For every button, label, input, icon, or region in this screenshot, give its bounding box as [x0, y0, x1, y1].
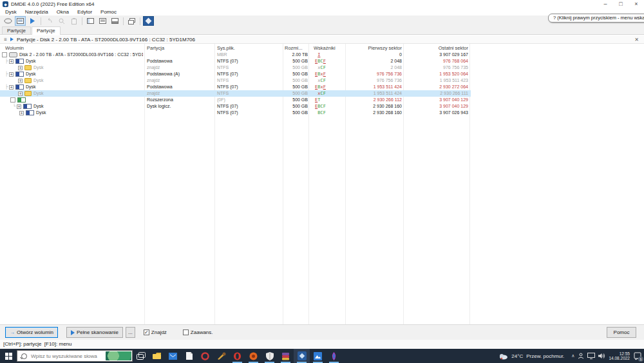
table-row[interactable]: ├+DyskPodstawowa (A)NTFS (07)500 GBEBxF9…	[0, 71, 471, 77]
table-row[interactable]: Disk 2 - 2.00 TB - ATA - ST2000DL003-9VT…	[0, 52, 471, 58]
table-row-selected[interactable]: +DyskznajdźNTFS500 GB xCF1 953 511 4242 …	[0, 90, 471, 97]
display-tray-icon[interactable]	[587, 353, 595, 359]
full-scan-icon[interactable]	[27, 16, 38, 26]
start-button[interactable]	[0, 349, 17, 363]
dmde-taskbar-icon[interactable]	[294, 349, 310, 363]
column-header-pierwszysektor[interactable]: Pierwszy sektor	[346, 44, 402, 52]
winrar-taskbar-icon[interactable]	[278, 349, 294, 363]
full-scan-button[interactable]: Pełne skanowanie	[66, 327, 123, 338]
volume-cell: ├+Dysk	[4, 58, 143, 64]
indicator-F: F	[323, 84, 326, 90]
hidden-icons-caret[interactable]: ∧	[571, 353, 574, 358]
partition-type-cell: znajdź	[147, 64, 213, 71]
advanced-checkbox[interactable]: Zaawans.	[183, 329, 213, 335]
desktop-screen: ◆ DMDE 4.0.0 (2022) Free Edition x64 – □…	[0, 0, 644, 363]
part-green-icon	[17, 97, 26, 103]
red-ring-app-taskbar-icon[interactable]	[197, 349, 213, 363]
tab-partycje-1[interactable]: Partycje	[2, 26, 31, 34]
table-row[interactable]: Rozszerzona(0F)500 GBET2 930 266 1123 90…	[0, 97, 471, 103]
column-header-rozmi[interactable]: Rozmi...	[285, 44, 308, 52]
column-header-sysplik[interactable]: Sys.plik.	[217, 44, 278, 52]
weather-temp[interactable]: 24°C	[511, 353, 523, 359]
advanced-checkbox-box[interactable]	[183, 329, 189, 335]
mail-taskbar-icon[interactable]	[165, 349, 181, 363]
expand-toggle-icon[interactable]: +	[9, 85, 14, 90]
last-sector-cell: 2 930 272 064	[406, 84, 468, 90]
filesystem-cell: MBR	[217, 52, 281, 58]
advanced-checkbox-label: Zaawans.	[191, 329, 213, 335]
menu-item-narzędzia[interactable]: Narzędzia	[25, 9, 48, 15]
column-header-wolumin[interactable]: Wolumin	[5, 44, 140, 52]
photos-taskbar-icon[interactable]	[310, 349, 326, 363]
search-input[interactable]	[30, 353, 100, 360]
clock-time: 12:55	[620, 351, 630, 356]
find-checkbox-box[interactable]: ✓	[144, 329, 149, 335]
weather-desc[interactable]: Przew. pochmur.	[526, 353, 564, 359]
menu-item-okna[interactable]: Okna	[57, 9, 69, 15]
meet-now-icon[interactable]	[578, 353, 584, 359]
expand-toggle-icon[interactable]: +	[18, 66, 23, 70]
panel-menu-icon[interactable]: ≡	[3, 37, 8, 43]
defender-shield-taskbar-icon[interactable]	[261, 349, 278, 363]
table-row[interactable]: +DyskznajdźNTFS500 GB xCF2 048976 756 73…	[0, 64, 471, 71]
expand-toggle-icon[interactable]: +	[9, 59, 14, 64]
close-button[interactable]: ×	[629, 0, 644, 8]
minimize-button[interactable]: –	[598, 0, 613, 8]
table-row[interactable]: ├+DyskPodstawowaNTFS (07)500 GBEBCF2 048…	[0, 58, 471, 64]
window-list-icon[interactable]	[97, 16, 108, 26]
column-header-ostatnisektor[interactable]: Ostatni sektor	[406, 44, 468, 52]
panel-close-icon[interactable]: ✕	[634, 37, 639, 43]
table-row[interactable]: └+DyskDysk logicz.NTFS (07)500 GBEBCF2 9…	[0, 103, 471, 110]
volume-icon[interactable]	[598, 353, 605, 359]
menu-item-edytor[interactable]: Edytor	[77, 9, 92, 15]
full-scan-label: Pełne skanowanie	[77, 329, 118, 335]
help-button-label: Pomoc	[614, 329, 630, 335]
opera-taskbar-icon[interactable]	[229, 349, 245, 363]
search-highlight-image[interactable]	[106, 351, 131, 360]
taskbar-search-box[interactable]	[17, 350, 133, 362]
expand-toggle-icon[interactable]: +	[17, 104, 21, 109]
table-row[interactable]: ├+DyskPodstawowaNTFS (07)500 GBEBxF1 953…	[0, 84, 471, 90]
menu-item-pomoc[interactable]: Pomoc	[100, 9, 117, 15]
maximize-button[interactable]: □	[613, 0, 629, 8]
windows-taskbar: 24°C Przew. pochmur. ∧ 12:55 14.08.2022 …	[0, 349, 644, 363]
column-header-partycja[interactable]: Partycja	[147, 44, 211, 52]
volume-label: Dysk	[33, 103, 44, 110]
table-row[interactable]: +DyskznajdźNTFS500 GB xCF976 756 7361 95…	[0, 77, 471, 84]
volume-cell: └+Dysk	[12, 103, 143, 110]
partitions-icon[interactable]	[15, 16, 26, 26]
paint-brush-taskbar-icon[interactable]	[213, 349, 229, 363]
document-taskbar-icon[interactable]	[181, 349, 197, 363]
volume-cell: ├+Dysk	[4, 71, 143, 77]
row-checkbox[interactable]	[10, 97, 15, 103]
window-panel-icon[interactable]	[85, 16, 96, 26]
window-controls: – □ ×	[598, 0, 644, 8]
dmde-logo-icon[interactable]	[143, 16, 154, 26]
find-checkbox[interactable]: ✓ Znajdź	[144, 329, 167, 335]
size-cell: 500 GB	[282, 64, 308, 71]
help-button[interactable]: Pomoc	[607, 327, 636, 338]
expand-toggle-icon[interactable]: +	[18, 79, 23, 83]
orange-ring-app-taskbar-icon[interactable]	[245, 349, 261, 363]
open-disk-icon[interactable]	[3, 16, 14, 26]
more-options-button[interactable]: ...	[126, 327, 135, 338]
paint3d-taskbar-icon[interactable]	[326, 349, 342, 363]
row-checkbox[interactable]	[2, 52, 7, 57]
notification-center-icon[interactable]: 1	[633, 351, 642, 360]
last-sector-cell: 1 953 511 423	[406, 77, 468, 84]
expand-toggle-icon[interactable]: +	[19, 111, 24, 115]
table-row[interactable]: +DyskNTFS (07)500 GB BCF2 930 268 1603 9…	[0, 110, 471, 116]
taskbar-clock[interactable]: 12:55 14.08.2022	[609, 351, 630, 361]
window-hex-icon[interactable]	[109, 16, 120, 26]
expand-toggle-icon[interactable]: +	[9, 72, 14, 77]
expand-toggle-icon[interactable]: +	[18, 92, 23, 96]
cascade-windows-icon[interactable]	[126, 16, 137, 26]
size-cell: 2.00 TB	[282, 52, 308, 58]
tree-connector: ├	[4, 58, 9, 64]
column-header-wskaniki[interactable]: Wskaźniki	[314, 44, 349, 52]
tab-partycje-2[interactable]: Partycje	[32, 26, 61, 35]
file-explorer-taskbar-icon[interactable]	[149, 349, 165, 363]
menu-item-dysk[interactable]: Dysk	[5, 9, 17, 15]
task-view-taskbar-icon[interactable]	[133, 349, 149, 363]
open-volume-button[interactable]: → Otwórz wolumin	[5, 327, 58, 338]
